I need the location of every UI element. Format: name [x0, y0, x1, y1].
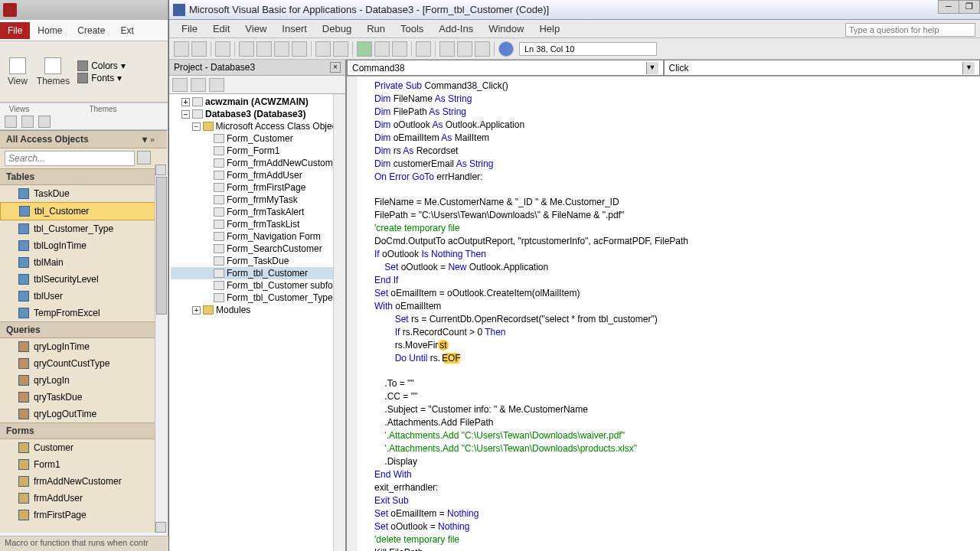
view-code-icon[interactable] — [172, 78, 188, 92]
table-item[interactable]: tblUser — [0, 288, 167, 305]
tree-label[interactable]: Form_Customer — [227, 133, 293, 144]
query-item[interactable]: qryTaskDue — [0, 389, 167, 406]
tree-label[interactable]: Form_SearchCustomer — [227, 243, 322, 254]
project-tree[interactable]: +acwzmain (ACWZMAIN) −Database3 (Databas… — [169, 94, 345, 551]
tree-label[interactable]: Form_frmMyTask — [227, 194, 298, 205]
item-label: qryLogIn — [34, 375, 70, 386]
object-browser-icon[interactable] — [475, 41, 490, 57]
tab-external[interactable]: Ext — [113, 22, 141, 39]
tree-label[interactable]: Form_frmTaskList — [227, 219, 299, 230]
form-item[interactable]: frmAddNewCustomer — [0, 473, 167, 490]
module-icon — [214, 232, 224, 241]
table-item[interactable]: TaskDue — [0, 185, 167, 202]
expand-icon[interactable]: + — [181, 98, 190, 106]
insert-module-icon[interactable] — [191, 41, 207, 57]
search-input[interactable] — [5, 151, 135, 166]
qat-save-icon[interactable] — [5, 116, 17, 128]
nav-collapse-icon[interactable] — [150, 134, 161, 145]
undo-icon[interactable] — [315, 41, 331, 57]
menu-window[interactable]: Window — [482, 21, 530, 36]
help-icon[interactable] — [498, 41, 514, 57]
query-item[interactable]: qryLogInTime — [0, 338, 167, 355]
cat-forms[interactable]: Forms⌃ — [0, 422, 167, 439]
tree-label[interactable]: Form_frmTaskAlert — [227, 207, 304, 217]
form-item[interactable]: frmFirstPage — [0, 507, 167, 523]
scroll-down-icon[interactable] — [155, 522, 166, 533]
tree-label[interactable]: Form_Form1 — [227, 145, 279, 156]
table-item[interactable]: tbl_Customer_Type — [0, 220, 167, 237]
tree-label[interactable]: Form_frmAddUser — [227, 170, 302, 181]
form-item[interactable]: Form1 — [0, 456, 167, 473]
expand-icon[interactable]: + — [192, 306, 201, 315]
cat-tables[interactable]: Tables⌃ — [0, 168, 167, 185]
tab-create[interactable]: Create — [70, 22, 113, 39]
colors-button[interactable]: Colors▾ — [77, 60, 126, 71]
copy-icon[interactable] — [256, 41, 272, 57]
view-access-icon[interactable] — [174, 41, 189, 57]
maximize-button[interactable]: ❐ — [959, 0, 980, 14]
minimize-button[interactable]: ─ — [938, 0, 959, 14]
paste-icon[interactable] — [274, 41, 289, 57]
search-icon[interactable] — [137, 151, 151, 165]
find-icon[interactable] — [292, 41, 307, 57]
table-item[interactable]: tblLogInTime — [0, 237, 167, 254]
query-item[interactable]: qryCountCustType — [0, 355, 167, 372]
toggle-folders-icon[interactable] — [209, 78, 224, 92]
redo-icon[interactable] — [333, 41, 348, 57]
save-icon[interactable] — [215, 41, 230, 57]
menu-view[interactable]: View — [239, 21, 273, 36]
collapse-icon[interactable]: − — [181, 110, 190, 119]
cut-icon[interactable] — [239, 41, 254, 57]
reset-icon[interactable] — [392, 41, 407, 57]
project-explorer-icon[interactable] — [439, 41, 455, 57]
table-item[interactable]: TempFromExcel — [0, 305, 167, 321]
query-item[interactable]: qryLogOutTime — [0, 406, 167, 422]
menu-run[interactable]: Run — [361, 21, 391, 36]
tab-home[interactable]: Home — [30, 22, 70, 39]
form-item[interactable]: frmAddUser — [0, 490, 167, 507]
table-item[interactable]: tblSecurityLevel — [0, 271, 167, 288]
project-scrollbar[interactable] — [333, 94, 345, 551]
properties-icon[interactable] — [457, 41, 472, 57]
fonts-button[interactable]: Fonts▾ — [77, 73, 126, 83]
cat-queries[interactable]: Queries⌃ — [0, 321, 167, 338]
view-object-icon[interactable] — [191, 78, 206, 92]
scroll-thumb[interactable] — [156, 177, 167, 315]
scroll-up-icon[interactable] — [155, 165, 166, 175]
form-item[interactable]: Customer — [0, 439, 167, 456]
run-icon[interactable] — [357, 41, 372, 57]
tree-label[interactable]: Form_tbl_Customer — [227, 268, 308, 279]
tree-label[interactable]: Form_tbl_Customer_Type — [227, 292, 333, 303]
tab-file[interactable]: File — [0, 22, 30, 39]
break-icon[interactable] — [374, 41, 390, 57]
close-icon[interactable]: × — [330, 62, 341, 73]
menu-insert[interactable]: Insert — [276, 21, 313, 36]
query-item[interactable]: qryLogIn — [0, 372, 167, 389]
tree-label[interactable]: Form_Navigation Form — [227, 231, 321, 242]
menu-file[interactable]: File — [175, 21, 204, 36]
help-input[interactable] — [845, 23, 975, 37]
table-item[interactable]: tbl_Customer — [0, 202, 167, 220]
collapse-icon[interactable]: − — [192, 122, 201, 131]
design-mode-icon[interactable] — [416, 41, 431, 57]
nav-header[interactable]: All Access Objects▾ — [0, 131, 167, 148]
procedure-dropdown[interactable]: Click▼ — [664, 60, 981, 76]
menu-addins[interactable]: Add-Ins — [433, 21, 479, 36]
tree-label[interactable]: Form_TaskDue — [227, 256, 289, 266]
menu-tools[interactable]: Tools — [394, 21, 430, 36]
themes-button[interactable]: Themes — [32, 54, 74, 90]
nav-scrollbar[interactable] — [155, 165, 167, 533]
qat-redo-icon[interactable] — [38, 116, 51, 128]
menu-debug[interactable]: Debug — [316, 21, 358, 36]
view-button[interactable]: View — [3, 54, 32, 90]
code-editor[interactable]: Private Sub Command38_Click() Dim FileNa… — [347, 77, 980, 551]
tree-label[interactable]: Form_frmAddNewCustomer — [227, 158, 341, 168]
tree-label[interactable]: Form_frmFirstPage — [227, 182, 305, 193]
qat-undo-icon[interactable] — [21, 116, 34, 128]
tree-label[interactable]: Form_tbl_Customer subform — [227, 280, 344, 291]
menu-edit[interactable]: Edit — [207, 21, 236, 36]
menu-help[interactable]: Help — [533, 21, 566, 36]
object-dropdown[interactable]: Command38▼ — [347, 60, 664, 76]
nav-dropdown-icon[interactable]: ▾ — [142, 134, 147, 145]
table-item[interactable]: tblMain — [0, 254, 167, 271]
